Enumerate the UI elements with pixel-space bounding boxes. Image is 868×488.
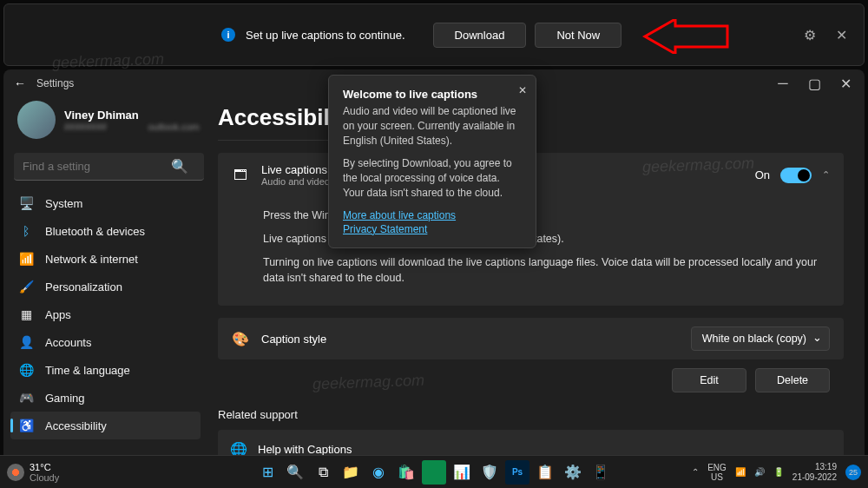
profile-name: Viney Dhiman xyxy=(64,109,139,122)
nav-icon: ▦ xyxy=(19,307,33,321)
sidebar-item-time-language[interactable]: 🌐Time & language xyxy=(10,356,201,384)
nav-icon: 🎮 xyxy=(19,391,33,405)
palette-icon: 🎨 xyxy=(232,330,249,347)
close-button[interactable]: ✕ xyxy=(830,73,861,94)
weather-icon xyxy=(7,464,24,481)
temperature: 31°C xyxy=(30,462,59,472)
nav-icon: 🌐 xyxy=(19,363,33,377)
photoshop-icon[interactable]: Ps xyxy=(505,460,529,485)
captions-setup-bar: i Set up live captions to continue. Down… xyxy=(3,3,865,66)
chevron-up-icon[interactable]: ⌃ xyxy=(822,169,830,181)
date: 21-09-2022 xyxy=(792,472,837,483)
sidebar-item-accessibility[interactable]: ♿Accessibility xyxy=(10,412,201,439)
nav-label: Accessibility xyxy=(45,419,107,432)
language-1[interactable]: ENG xyxy=(707,463,727,472)
related-support-label: Related support xyxy=(218,408,844,421)
sidebar-item-gaming[interactable]: 🎮Gaming xyxy=(10,384,201,412)
nav-label: Time & language xyxy=(45,364,130,377)
help-label: Help with Captions xyxy=(258,443,352,456)
nav-label: Personalization xyxy=(45,280,122,293)
edge-icon[interactable]: ◉ xyxy=(366,460,391,485)
sidebar-item-personalization[interactable]: 🖌️Personalization xyxy=(10,273,201,300)
caption-style-card: 🎨 Caption style White on black (copy) xyxy=(218,318,844,359)
caption-style-title: Caption style xyxy=(261,333,326,346)
tray-chevron-icon[interactable]: ⌃ xyxy=(692,467,699,477)
more-about-link[interactable]: More about live captions xyxy=(343,209,522,221)
download-button[interactable]: Download xyxy=(433,23,527,48)
tooltip-p2: By selecting Download, you agree to the … xyxy=(343,156,522,200)
delete-button[interactable]: Delete xyxy=(755,368,830,392)
nav-icon: 📶 xyxy=(19,252,33,266)
tooltip-title: Welcome to live captions xyxy=(343,88,522,101)
caption-style-header[interactable]: 🎨 Caption style White on black (copy) xyxy=(218,318,844,359)
not-now-button[interactable]: Not Now xyxy=(535,23,621,48)
minimize-button[interactable]: ─ xyxy=(767,73,799,94)
captions-icon: 🗔 xyxy=(232,167,249,184)
wifi-icon[interactable]: 📶 xyxy=(735,467,746,477)
task-view-icon[interactable]: ⧉ xyxy=(311,460,335,485)
sidebar-item-accounts[interactable]: 👤Accounts xyxy=(10,328,201,356)
app-icon-1[interactable] xyxy=(422,460,446,485)
nav-icon: 🖌️ xyxy=(19,280,33,293)
tooltip-close-icon[interactable]: ✕ xyxy=(518,84,527,96)
profile[interactable]: Viney Dhiman ######## xyxy=(10,97,201,149)
clock[interactable]: 13:19 21-09-2022 xyxy=(792,462,837,483)
settings-taskbar-icon[interactable]: ⚙️ xyxy=(561,460,585,485)
app-icon-5[interactable]: 📱 xyxy=(589,460,613,485)
sidebar-item-apps[interactable]: ▦Apps xyxy=(10,300,201,328)
nav-label: Bluetooth & devices xyxy=(45,225,145,238)
language-2: US xyxy=(707,472,727,482)
edit-button[interactable]: Edit xyxy=(672,368,746,392)
nav-icon: 👤 xyxy=(19,335,33,349)
back-button[interactable]: ← xyxy=(14,76,26,90)
live-captions-toggle[interactable] xyxy=(780,168,812,183)
nav-label: Network & internet xyxy=(45,253,138,266)
time: 13:19 xyxy=(792,462,837,472)
app-icon-3[interactable]: 🛡️ xyxy=(477,460,502,485)
toggle-state-label: On xyxy=(755,168,770,181)
welcome-tooltip: ✕ Welcome to live captions Audio and vid… xyxy=(328,75,536,248)
notification-badge[interactable]: 25 xyxy=(845,465,861,480)
nav-icon: ♿ xyxy=(19,419,33,432)
app-icon-2[interactable]: 📊 xyxy=(450,460,474,485)
privacy-link[interactable]: Privacy Statement xyxy=(343,223,522,235)
nav-label: System xyxy=(45,197,82,210)
search-taskbar-icon[interactable]: 🔍 xyxy=(283,460,307,485)
taskbar: 31°C Cloudy ⊞ 🔍 ⧉ 📁 ◉ 🛍️ 📊 🛡️ Ps 📋 ⚙️ 📱 … xyxy=(0,455,868,488)
nav-label: Gaming xyxy=(45,392,85,405)
start-button[interactable]: ⊞ xyxy=(255,460,279,485)
setup-message: Set up live captions to continue. xyxy=(246,29,405,42)
avatar xyxy=(17,101,56,139)
nav-label: Accounts xyxy=(45,336,91,349)
nav-icon: 🖥️ xyxy=(19,196,33,210)
sidebar-item-system[interactable]: 🖥️System xyxy=(10,189,201,217)
profile-email: ######## xyxy=(64,122,139,132)
nav-label: Apps xyxy=(45,308,71,321)
captions-text-3: Turning on live captions will download t… xyxy=(263,254,830,287)
store-icon[interactable]: 🛍️ xyxy=(394,460,418,485)
sidebar: Viney Dhiman ######## 🔍 🖥️SystemᛒBluetoo… xyxy=(3,97,207,458)
battery-icon[interactable]: 🔋 xyxy=(773,467,784,477)
volume-icon[interactable]: 🔊 xyxy=(754,467,765,477)
settings-gear-icon[interactable]: ⚙ xyxy=(801,26,819,43)
app-icon-4[interactable]: 📋 xyxy=(533,460,557,485)
window-title: Settings xyxy=(36,77,74,89)
tooltip-p1: Audio and video will be captioned live o… xyxy=(343,104,522,148)
weather-text: Cloudy xyxy=(30,472,59,483)
search-input[interactable] xyxy=(14,153,204,181)
nav-icon: ᛒ xyxy=(19,224,33,238)
weather-widget[interactable]: 31°C Cloudy xyxy=(0,462,59,483)
explorer-icon[interactable]: 📁 xyxy=(339,460,363,485)
style-dropdown[interactable]: White on black (copy) xyxy=(691,326,830,351)
close-icon[interactable]: ✕ xyxy=(832,26,850,43)
info-icon: i xyxy=(221,28,235,42)
sidebar-item-network-internet[interactable]: 📶Network & internet xyxy=(10,245,201,273)
sidebar-item-bluetooth-devices[interactable]: ᛒBluetooth & devices xyxy=(10,217,201,245)
maximize-button[interactable]: ▢ xyxy=(799,73,830,94)
